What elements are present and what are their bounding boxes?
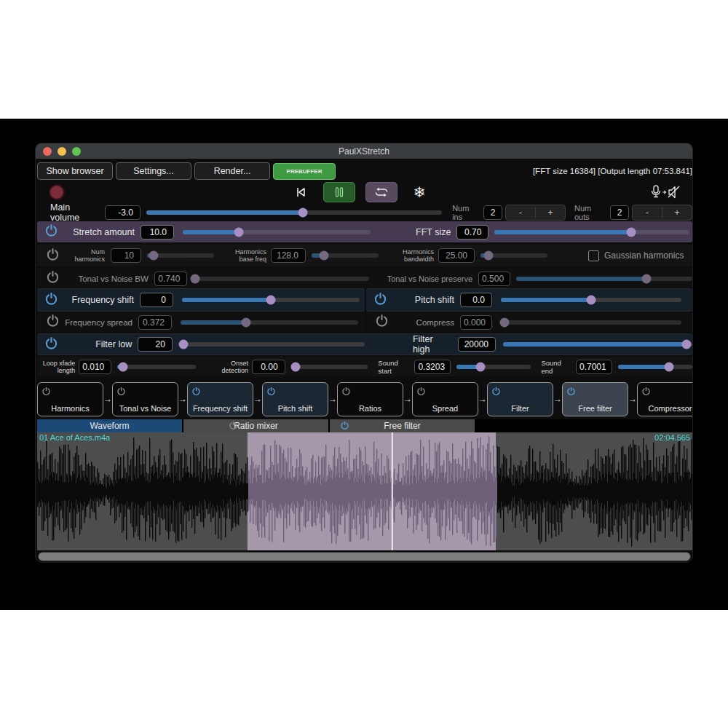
app-window: PaulXStretch Show browser Settings... Re…: [35, 143, 693, 563]
num-ins-decrement-button[interactable]: -: [506, 207, 536, 218]
module-tonal-vs-noise[interactable]: Tonal vs Noise: [112, 382, 178, 416]
module-power-icon[interactable]: [491, 386, 501, 399]
harmonics-base-freq-slider[interactable]: [312, 253, 379, 258]
tonal-vs-noise-preserve-slider[interactable]: [516, 277, 692, 281]
sound-end-value[interactable]: 0.7001: [576, 360, 612, 374]
num-ins-stepper[interactable]: - +: [505, 205, 566, 221]
module-ratios[interactable]: Ratios: [337, 382, 403, 416]
stretch-amount-slider[interactable]: [183, 230, 371, 234]
window-title: PaulXStretch: [36, 146, 692, 157]
module-harmonics[interactable]: Harmonics: [37, 382, 103, 416]
frequency-spread-slider[interactable]: [181, 320, 358, 325]
module-power-icon[interactable]: [416, 386, 426, 399]
pitch-shift-slider[interactable]: [501, 298, 681, 302]
skip-to-start-button[interactable]: [290, 183, 312, 202]
filter-high-label: Filter high: [413, 334, 452, 355]
module-compressor[interactable]: Compressor: [637, 382, 693, 416]
fft-size-slider[interactable]: [494, 230, 689, 234]
tonal-vs-noise-preserve-value[interactable]: 0.500: [478, 272, 510, 286]
frequency-shift-value[interactable]: 0: [140, 293, 173, 307]
pitch-shift-power-button[interactable]: [373, 292, 387, 309]
module-power-icon[interactable]: [191, 386, 201, 399]
module-power-icon[interactable]: [266, 386, 276, 399]
tab-power-icon[interactable]: [340, 421, 349, 432]
module-power-icon[interactable]: [41, 386, 51, 399]
filter-low-slider[interactable]: [180, 342, 365, 347]
tonal-vs-noise-bw-label: Tonal vs Noise BW: [60, 274, 149, 283]
waveform-filename: 01 Ace of Aces.m4a: [39, 433, 110, 442]
num-harmonics-value[interactable]: 10: [111, 248, 141, 263]
waveform-scrollbar[interactable]: [38, 552, 691, 561]
gaussian-harmonics-checkbox[interactable]: [588, 250, 599, 261]
filter-power-button[interactable]: [44, 336, 58, 353]
tab-power-icon[interactable]: [229, 421, 238, 432]
module-filter[interactable]: Filter: [487, 382, 553, 416]
fft-size-value[interactable]: 0.70: [456, 225, 488, 240]
tonal-vs-noise-bw-value[interactable]: 0.740: [154, 272, 187, 286]
settings-button[interactable]: Settings...: [116, 162, 191, 180]
frequency-shift-power-button[interactable]: [44, 292, 58, 309]
stretch-amount-value[interactable]: 10.0: [141, 225, 174, 240]
title-bar[interactable]: PaulXStretch: [36, 143, 692, 159]
waveform-canvas[interactable]: [37, 432, 692, 550]
waveform-view[interactable]: 01 Ace of Aces.m4a 02:04.565: [37, 432, 692, 550]
compress-value[interactable]: 0.000: [460, 315, 492, 330]
stretch-power-button[interactable]: [44, 223, 58, 240]
tab-waveform[interactable]: Waveform: [37, 419, 182, 432]
harmonics-base-freq-value[interactable]: 128.0: [271, 248, 306, 263]
tonal-power-button[interactable]: [46, 270, 60, 287]
tab-ratio-mixer[interactable]: Ratio mixer: [183, 419, 328, 432]
module-power-icon[interactable]: [566, 386, 576, 399]
num-outs-stepper[interactable]: - +: [632, 205, 692, 221]
input-monitor-mute-icon[interactable]: [650, 184, 682, 200]
render-button[interactable]: Render...: [194, 162, 270, 180]
loop-xfade-length-slider[interactable]: [117, 365, 196, 369]
num-harmonics-slider[interactable]: [147, 253, 214, 258]
harmonics-base-freq-label: Harmonics base freq: [224, 248, 266, 263]
filter-low-value[interactable]: 20: [138, 337, 173, 352]
fft-size-label: FFT size: [416, 227, 451, 237]
tab-free-filter[interactable]: Free filter: [330, 419, 475, 432]
module-arrow-icon: →: [478, 394, 487, 404]
module-power-icon[interactable]: [341, 386, 351, 399]
show-browser-button[interactable]: Show browser: [37, 162, 113, 180]
pause-button[interactable]: [323, 182, 355, 202]
module-label: Frequency shift: [188, 404, 253, 413]
num-outs-increment-button[interactable]: +: [662, 207, 692, 218]
harmonics-bandwidth-value[interactable]: 25.00: [438, 248, 475, 263]
module-arrow-icon: →: [178, 394, 187, 404]
num-outs-decrement-button[interactable]: -: [633, 207, 662, 218]
tonal-vs-noise-bw-slider[interactable]: [193, 277, 369, 281]
filter-high-value[interactable]: 20000: [458, 337, 496, 352]
compress-slider[interactable]: [501, 320, 681, 325]
harmonics-bandwidth-slider[interactable]: [480, 253, 547, 258]
harmonics-power-button[interactable]: [46, 248, 60, 264]
module-power-icon[interactable]: [641, 386, 651, 399]
tab-label: Ratio mixer: [234, 421, 278, 431]
prebuffer-button[interactable]: PREBUFFER: [273, 163, 336, 180]
module-frequency-shift[interactable]: Frequency shift: [187, 382, 253, 416]
onset-detection-value[interactable]: 0.00: [252, 360, 285, 374]
frequency-spread-value[interactable]: 0.372: [138, 315, 172, 330]
compress-power-button[interactable]: [375, 314, 389, 331]
pitch-shift-value[interactable]: 0.0: [460, 293, 492, 307]
sound-end-slider[interactable]: [618, 365, 692, 369]
main-volume-value[interactable]: -3.0: [105, 205, 141, 220]
frequency-shift-slider[interactable]: [182, 298, 360, 302]
loop-xfade-length-value[interactable]: 0.010: [79, 360, 111, 374]
sound-start-slider[interactable]: [456, 365, 531, 369]
frequency-spread-power-button[interactable]: [46, 314, 60, 331]
onset-detection-slider[interactable]: [291, 365, 368, 369]
main-volume-slider[interactable]: [146, 210, 442, 215]
module-pitch-shift[interactable]: Pitch shift: [262, 382, 328, 416]
module-spread[interactable]: Spread: [412, 382, 478, 416]
module-free-filter[interactable]: Free filter: [562, 382, 628, 416]
loop-button[interactable]: [365, 182, 397, 202]
module-label: Filter: [488, 404, 553, 413]
filter-high-slider[interactable]: [503, 342, 692, 347]
sound-start-value[interactable]: 0.3203: [414, 360, 451, 374]
module-power-icon[interactable]: [116, 386, 126, 399]
num-ins-increment-button[interactable]: +: [536, 207, 565, 218]
freeze-icon[interactable]: ❄: [414, 185, 426, 199]
record-button[interactable]: [49, 184, 65, 200]
